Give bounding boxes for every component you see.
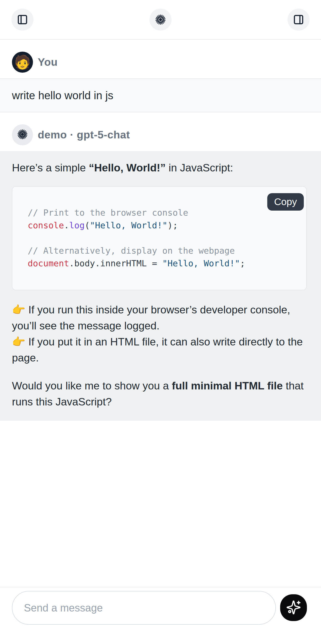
sparkles-icon bbox=[286, 600, 301, 616]
panel-toggle-button[interactable] bbox=[288, 8, 310, 30]
model-logo-button[interactable] bbox=[150, 8, 171, 30]
assistant-avatar bbox=[12, 124, 33, 145]
assistant-sender-label: demo · gpt-5-chat bbox=[38, 128, 130, 141]
assistant-intro: Here’s a simple “Hello, World!” in JavaS… bbox=[12, 160, 309, 176]
panel-left-icon bbox=[17, 14, 28, 25]
assistant-message-body: Here’s a simple “Hello, World!” in JavaS… bbox=[0, 151, 321, 421]
assistant-tips: 👉 If you run this inside your browser’s … bbox=[12, 302, 309, 366]
panel-right-icon bbox=[293, 14, 304, 25]
starburst-icon bbox=[155, 14, 166, 25]
user-message-body: write hello world in js bbox=[0, 78, 321, 112]
intro-text: Here’s a simple bbox=[12, 162, 89, 174]
message-input[interactable] bbox=[12, 591, 276, 625]
user-avatar: 🧑 bbox=[12, 52, 33, 73]
intro-text: in JavaScript: bbox=[166, 162, 233, 174]
user-message: 🧑 You write hello world in js bbox=[0, 40, 321, 112]
code-block: Copy // Print to the browser console con… bbox=[12, 186, 307, 290]
user-message-header: 🧑 You bbox=[0, 40, 321, 78]
tip-line: 👉 If you put it in an HTML file, it can … bbox=[12, 336, 303, 364]
intro-bold-text: “Hello, World!” bbox=[89, 162, 166, 174]
copy-button[interactable]: Copy bbox=[267, 193, 304, 210]
chat-thread: 🧑 You write hello world in js bbox=[0, 40, 321, 421]
send-button[interactable] bbox=[280, 594, 307, 621]
user-message-text: write hello world in js bbox=[12, 90, 309, 101]
user-sender-label: You bbox=[38, 56, 57, 68]
question-text: Would you like me to show you a bbox=[12, 380, 172, 392]
starburst-icon bbox=[17, 129, 28, 141]
tip-line: 👉 If you run this inside your browser’s … bbox=[12, 304, 290, 332]
assistant-message-header: demo · gpt-5-chat bbox=[0, 112, 321, 151]
chat-app: 🧑 You write hello world in js bbox=[0, 0, 321, 644]
sidebar-toggle-button[interactable] bbox=[11, 8, 33, 30]
assistant-question: Would you like me to show you a full min… bbox=[12, 378, 309, 410]
top-bar bbox=[0, 0, 321, 40]
assistant-message: demo · gpt-5-chat Here’s a simple “Hello… bbox=[0, 112, 321, 421]
person-emoji-icon: 🧑 bbox=[14, 56, 31, 69]
question-bold-text: full minimal HTML file bbox=[172, 380, 283, 392]
code-content: // Print to the browser console console.… bbox=[12, 187, 306, 290]
composer bbox=[0, 587, 321, 644]
